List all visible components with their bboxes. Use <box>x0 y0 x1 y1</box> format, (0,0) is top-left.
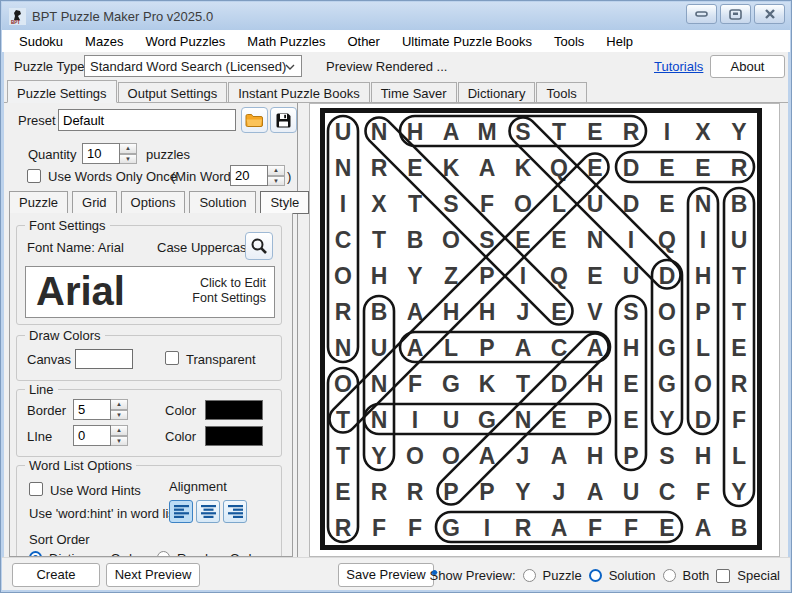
align-right-icon <box>228 505 243 518</box>
subtab-solution[interactable]: Solution <box>189 191 256 214</box>
use-words-once-checkbox[interactable] <box>27 169 41 183</box>
menu-other[interactable]: Other <box>336 32 391 51</box>
line-down-icon[interactable]: ▼ <box>111 436 128 447</box>
maximize-button[interactable] <box>720 4 751 24</box>
special-checkbox[interactable] <box>716 569 730 583</box>
save-preview-button[interactable]: Save Preview <box>338 563 434 587</box>
preview-puzzle-radio[interactable] <box>523 569 536 582</box>
grid-letter: A <box>551 443 568 469</box>
menu-word-puzzles[interactable]: Word Puzzles <box>134 32 236 51</box>
grid-letter: Y <box>515 479 530 505</box>
grid-letter: E <box>551 227 566 253</box>
min-words-value[interactable] <box>230 165 268 186</box>
line-color-swatch[interactable] <box>205 426 263 446</box>
tutorials-link[interactable]: Tutorials <box>654 59 703 74</box>
quantity-suffix-label: puzzles <box>146 147 190 162</box>
tab-puzzle-settings[interactable]: Puzzle Settings <box>7 80 117 103</box>
grid-letter: F <box>588 515 602 541</box>
create-button[interactable]: Create <box>12 563 100 587</box>
font-preview-box[interactable]: Arial Click to Edit Font Settings <box>25 266 275 318</box>
min-words-stepper[interactable]: ▲▼ <box>230 165 285 186</box>
min-words-suffix-label: ) <box>287 169 291 184</box>
save-preset-button[interactable] <box>270 107 297 133</box>
grid-letter: Y <box>659 407 674 433</box>
subtab-grid[interactable]: Grid <box>72 191 117 214</box>
min-words-down-icon[interactable]: ▼ <box>268 176 285 187</box>
title-bar: BPT BPT Puzzle Maker Pro v2025.0 <box>2 2 790 30</box>
border-color-swatch[interactable] <box>205 400 263 420</box>
grid-letter: E <box>659 515 674 541</box>
grid-letter: Y <box>731 479 746 505</box>
tab-instant-puzzle-books[interactable]: Instant Puzzle Books <box>228 82 369 102</box>
grid-letter: H <box>623 335 640 361</box>
grid-letter: F <box>732 407 746 433</box>
preview-status: Preview Rendered ... <box>326 59 447 74</box>
quantity-down-icon[interactable]: ▼ <box>120 154 137 165</box>
align-left-icon <box>174 505 189 518</box>
word-search-grid: UNHAMSTERIXYNREKAKQEDEERIXTSFOLUDENBCTBO… <box>320 108 762 550</box>
canvas-color-swatch[interactable] <box>75 349 133 369</box>
grid-letter: T <box>372 227 386 253</box>
open-preset-button[interactable] <box>241 107 268 133</box>
subtab-options[interactable]: Options <box>121 191 186 214</box>
menu-help[interactable]: Help <box>595 32 644 51</box>
border-up-icon[interactable]: ▲ <box>111 399 128 410</box>
grid-letter: A <box>407 335 424 361</box>
align-center-button[interactable] <box>196 500 220 523</box>
about-button[interactable]: About <box>710 55 785 78</box>
grid-letter: T <box>552 119 566 145</box>
grid-letter: H <box>587 443 604 469</box>
quantity-stepper[interactable]: ▲▼ <box>82 143 137 164</box>
tab-dictionary[interactable]: Dictionary <box>458 82 536 102</box>
border-width-value[interactable] <box>73 399 111 420</box>
line-up-icon[interactable]: ▲ <box>111 425 128 436</box>
tab-tools[interactable]: Tools <box>536 82 586 102</box>
preset-input[interactable] <box>58 109 236 131</box>
border-width-stepper[interactable]: ▲▼ <box>73 399 128 420</box>
border-down-icon[interactable]: ▼ <box>111 410 128 421</box>
menu-ultimate-puzzle-books[interactable]: Ultimate Puzzle Books <box>391 32 543 51</box>
grid-letter: U <box>587 191 604 217</box>
line-width-stepper[interactable]: ▲▼ <box>73 425 128 446</box>
preview-puzzle-label: Puzzle <box>543 568 582 583</box>
use-word-hints-label: Use Word Hints <box>50 483 141 498</box>
line-group: Line Border ▲▼ Color LIne ▲▼ Color <box>16 389 282 457</box>
grid-letter: H <box>443 299 460 325</box>
line-width-value[interactable] <box>73 425 111 446</box>
menu-math-puzzles[interactable]: Math Puzzles <box>236 32 336 51</box>
menu-tools[interactable]: Tools <box>543 32 595 51</box>
align-left-button[interactable] <box>169 500 193 523</box>
grid-letter: T <box>732 299 746 325</box>
font-preview-hint: Click to Edit Font Settings <box>192 276 266 306</box>
subtab-puzzle[interactable]: Puzzle <box>9 191 68 214</box>
align-right-button[interactable] <box>223 500 247 523</box>
preview-solution-radio[interactable] <box>589 569 602 582</box>
font-zoom-button[interactable] <box>245 232 273 260</box>
grid-letter: N <box>335 335 352 361</box>
preview-both-radio[interactable] <box>663 569 676 582</box>
tab-output-settings[interactable]: Output Settings <box>118 82 228 102</box>
quantity-up-icon[interactable]: ▲ <box>120 143 137 154</box>
menu-mazes[interactable]: Mazes <box>74 32 134 51</box>
subtab-style[interactable]: Style <box>260 191 309 214</box>
grid-letter: R <box>335 299 352 325</box>
border-color-label: Color <box>165 403 196 418</box>
grid-letter: C <box>335 227 352 253</box>
minimize-button[interactable] <box>686 4 717 24</box>
min-words-up-icon[interactable]: ▲ <box>268 165 285 176</box>
quantity-value[interactable] <box>82 143 120 164</box>
use-word-hints-checkbox[interactable] <box>29 482 43 496</box>
grid-letter: T <box>732 263 746 289</box>
tab-time-saver[interactable]: Time Saver <box>371 82 457 102</box>
grid-letter: U <box>623 479 640 505</box>
grid-letter: P <box>695 299 710 325</box>
menu-sudoku[interactable]: Sudoku <box>8 32 74 51</box>
grid-letter: E <box>335 479 350 505</box>
bottom-bar: Create Next Preview Save Preview Show Pr… <box>2 557 790 590</box>
preview-both-label: Both <box>683 568 710 583</box>
line-group-label: Line <box>25 382 58 397</box>
transparent-checkbox[interactable] <box>165 351 179 365</box>
close-button[interactable] <box>754 4 785 24</box>
next-preview-button[interactable]: Next Preview <box>106 563 200 587</box>
puzzle-type-select[interactable]: Standard Word Search (Licensed) <box>84 55 302 77</box>
